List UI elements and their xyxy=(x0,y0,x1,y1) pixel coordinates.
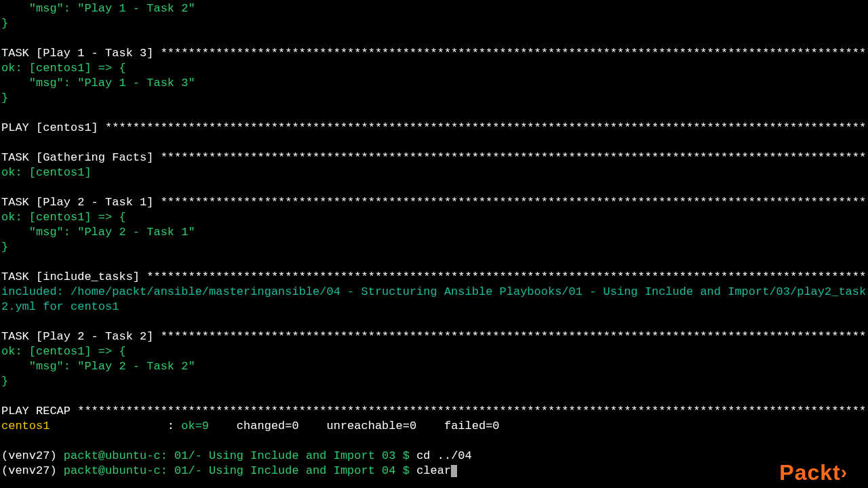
included-line: included: /home/packt/ansible/masteringa… xyxy=(1,285,867,314)
command-text: clear xyxy=(416,464,451,477)
recap-label: PLAY RECAP xyxy=(1,405,77,418)
recap-line: centos1 : ok=9 changed=0 unreachable=0 f… xyxy=(1,419,867,434)
task-header: TASK [Play 1 - Task 3] *****************… xyxy=(1,46,867,61)
play-label: PLAY [centos1] xyxy=(1,121,105,134)
divider-stars: ****************************************… xyxy=(161,47,867,60)
prompt-line: (venv27) packt@ubuntu-c: 01/- Using Incl… xyxy=(1,449,867,464)
logo-text: Packt xyxy=(779,460,840,485)
recap-changed: changed=0 xyxy=(230,419,320,434)
task-label: TASK [include_tasks] xyxy=(1,270,146,283)
recap-failed: failed=0 xyxy=(437,419,500,434)
output-line: ok: [centos1] xyxy=(1,165,867,180)
blank-line xyxy=(1,389,867,404)
task-header: TASK [include_tasks] *******************… xyxy=(1,270,867,285)
output-line: } xyxy=(1,91,867,106)
blank-line xyxy=(1,255,867,270)
task-label: TASK [Play 2 - Task 2] xyxy=(1,330,161,343)
blank-line xyxy=(1,434,867,449)
recap-unreachable: unreachable=0 xyxy=(319,419,437,434)
task-label: TASK [Gathering Facts] xyxy=(1,151,161,164)
output-line: ok: [centos1] => { xyxy=(1,344,867,359)
prompt-text: packt@ubuntu-c: 01/- Using Include and I… xyxy=(64,449,416,462)
blank-line xyxy=(1,31,867,46)
included-path: /home/packt/ansible/masteringansible/04 … xyxy=(1,285,866,313)
divider-stars: ****************************************… xyxy=(105,121,867,134)
task-header: TASK [Play 2 - Task 2] *****************… xyxy=(1,329,867,344)
blank-line xyxy=(1,136,867,150)
task-label: TASK [Play 2 - Task 1] xyxy=(1,196,161,209)
included-prefix: included: xyxy=(1,285,71,298)
output-line: } xyxy=(1,374,867,389)
divider-stars: ****************************************… xyxy=(146,270,867,283)
recap-host: centos1 xyxy=(1,419,167,434)
output-line: ok: [centos1] => { xyxy=(1,61,867,76)
output-line: "msg": "Play 1 - Task 2" xyxy=(1,1,867,16)
recap-header: PLAY RECAP *****************************… xyxy=(1,404,867,419)
blank-line xyxy=(1,314,867,329)
divider-stars: ****************************************… xyxy=(161,330,867,343)
command-text: cd ../04 xyxy=(416,449,472,462)
divider-stars: ****************************************… xyxy=(161,196,867,209)
task-header: TASK [Gathering Facts] *****************… xyxy=(1,150,867,165)
task-header: TASK [Play 2 - Task 1] *****************… xyxy=(1,195,867,210)
recap-ok: ok=9 xyxy=(181,419,229,434)
output-line: "msg": "Play 1 - Task 3" xyxy=(1,76,867,91)
chevron-right-icon: › xyxy=(841,465,848,480)
prompt-line[interactable]: (venv27) packt@ubuntu-c: 01/- Using Incl… xyxy=(1,464,867,479)
play-header: PLAY [centos1] *************************… xyxy=(1,121,867,136)
output-line: "msg": "Play 2 - Task 2" xyxy=(1,359,867,374)
divider-stars: ****************************************… xyxy=(161,151,867,164)
venv-label: (venv27) xyxy=(1,449,64,462)
cursor-icon xyxy=(451,465,457,477)
output-line: "msg": "Play 2 - Task 1" xyxy=(1,225,867,240)
terminal-output[interactable]: "msg": "Play 1 - Task 2" } TASK [Play 1 … xyxy=(1,1,867,479)
packt-logo: Packt› xyxy=(779,465,848,481)
task-label: TASK [Play 1 - Task 3] xyxy=(1,47,161,60)
divider-stars: ****************************************… xyxy=(77,405,867,418)
prompt-text: packt@ubuntu-c: 01/- Using Include and I… xyxy=(64,464,416,477)
output-line: ok: [centos1] => { xyxy=(1,210,867,225)
venv-label: (venv27) xyxy=(1,464,64,477)
output-line: } xyxy=(1,240,867,255)
blank-line xyxy=(1,106,867,121)
recap-colon: : xyxy=(167,419,181,434)
output-line: } xyxy=(1,16,867,31)
blank-line xyxy=(1,180,867,195)
